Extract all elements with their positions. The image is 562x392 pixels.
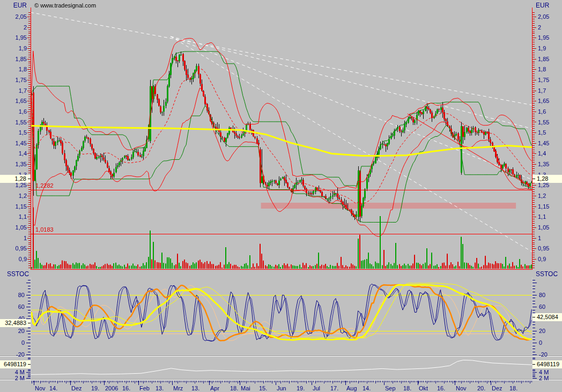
- price-tick-label-right: 1,15: [538, 203, 549, 210]
- price-tick-label-right: 1,05: [538, 224, 549, 231]
- price-tick-label-right: 1,95: [538, 34, 549, 41]
- time-axis-month-label: Mai: [241, 385, 250, 392]
- price-axis-title-right: EUR: [536, 2, 549, 9]
- time-axis-month-label: Aug: [346, 385, 357, 392]
- time-axis-month-label: Okt: [419, 385, 428, 392]
- sstoc-axis-title-right: SSTOC: [536, 271, 558, 278]
- time-axis-day-label: 18.: [403, 385, 411, 392]
- time-axis-day-label: 19.: [297, 385, 305, 392]
- price-tick-label-right: 2: [538, 24, 541, 31]
- price-tick-label-right: 1,9: [538, 45, 546, 52]
- tick-mark: [28, 179, 31, 179]
- sstoc-tick-label-left: 80: [2, 292, 25, 299]
- time-axis-day-label: 16.: [437, 385, 445, 392]
- support-line-label-2: 1,0183: [35, 226, 54, 233]
- tick-mark: [28, 364, 31, 365]
- price-tick-label-left: 0,9: [2, 256, 27, 263]
- time-axis-day-label: 17.: [330, 385, 338, 392]
- sstoc-tick-label-right: 60: [539, 304, 545, 310]
- volume-value-right: 6498119: [537, 360, 559, 368]
- support-line-label-1: 1,2282: [35, 182, 54, 189]
- price-tick-label-left: 1,9: [2, 45, 27, 52]
- sstoc-tick-label-left: 0: [2, 339, 25, 346]
- price-tick-label-right: 1,45: [538, 140, 549, 147]
- time-axis-month-label: Nov: [456, 385, 467, 392]
- price-tick-label-left: 1,4: [2, 150, 27, 157]
- sstoc-tick-label-left: 20: [2, 328, 25, 335]
- time-axis-month-label: Apr: [210, 385, 219, 392]
- current-price-value-left: 1,28: [15, 175, 26, 183]
- time-axis-day-label: 13.: [191, 385, 199, 392]
- time-axis-month-label: Sep: [385, 385, 396, 392]
- volume-value-badge-right: 6498119: [533, 360, 562, 368]
- sstoc-tick-label-right: 80: [539, 292, 545, 299]
- price-tick-label-right: 1,7: [538, 87, 546, 94]
- price-tick-label-left: 1,65: [2, 98, 27, 105]
- price-tick-label-left: 1,1: [2, 213, 27, 220]
- price-tick-label-left: 1,5: [2, 129, 27, 136]
- chart-canvas[interactable]: [0, 0, 562, 392]
- price-tick-label-right: 0,95: [538, 245, 549, 252]
- volume-value-left: 6498119: [4, 360, 26, 368]
- sstoc-tick-label-right: 20: [539, 328, 545, 335]
- price-tick-label-right: 1,55: [538, 119, 549, 126]
- time-axis-month-label: Feb: [139, 385, 150, 392]
- time-axis-day-label: 16.: [122, 385, 130, 392]
- price-tick-label-left: 1,8: [2, 66, 27, 73]
- time-axis-month-label: Dez: [71, 385, 82, 392]
- price-tick-label-right: 1,5: [538, 129, 546, 136]
- price-tick-label-right: 1: [538, 235, 541, 242]
- time-axis-day-label: 18.: [230, 385, 238, 392]
- price-tick-label-right: 1,4: [538, 150, 546, 157]
- time-axis-day-label: 18.: [509, 385, 517, 392]
- price-tick-label-left: 1,6: [2, 108, 27, 115]
- sstoc-axis-title-left: SSTOC: [7, 271, 29, 278]
- sstoc-value-right: 42,5084: [537, 313, 558, 321]
- time-axis-day-label: 20.: [477, 385, 485, 392]
- volume-tick-label-left: 2 M: [2, 375, 25, 382]
- time-axis-month-label: Nov: [35, 385, 46, 392]
- price-tick-label-left: 1,95: [2, 34, 27, 41]
- sstoc-tick-label-right: 0: [539, 339, 542, 346]
- copyright-text: © www.tradesignal.com: [34, 2, 96, 9]
- price-tick-label-right: 1,65: [538, 98, 549, 105]
- price-tick-label-left: 0,95: [2, 245, 27, 252]
- price-tick-label-right: 2,05: [538, 13, 549, 20]
- price-tick-label-right: 1,1: [538, 213, 546, 220]
- tick-mark: [533, 317, 535, 317]
- price-tick-label-left: 1,7: [2, 87, 27, 94]
- price-axis-title-left: EUR: [11, 2, 27, 9]
- price-tick-label-left: 1,2: [2, 193, 27, 199]
- sstoc-value-left: 32,4883: [5, 319, 26, 327]
- current-price-value-right: 1,28: [537, 175, 548, 183]
- price-tick-label-left: 1,05: [2, 224, 27, 231]
- price-tick-label-left: 1: [2, 235, 27, 242]
- tick-mark: [28, 323, 31, 323]
- time-axis-day-label: 13.: [156, 385, 164, 392]
- price-tick-label-right: 1,75: [538, 77, 549, 84]
- price-tick-label-left: 1,75: [2, 77, 27, 84]
- price-tick-label-left: 1,15: [2, 203, 27, 210]
- price-tick-label-right: 1,6: [538, 108, 546, 115]
- price-tick-label-right: 1,2: [538, 193, 546, 199]
- price-tick-label-right: 0,9: [538, 256, 546, 263]
- tick-mark: [533, 364, 535, 365]
- price-tick-label-left: 1,85: [2, 56, 27, 63]
- time-axis-day-label: 14.: [49, 385, 57, 392]
- price-tick-label-left: 1,35: [2, 161, 27, 168]
- volume-value-badge-left: 6498119: [0, 360, 31, 368]
- price-tick-label-right: 1,85: [538, 56, 549, 63]
- price-tick-label-left: 2,05: [2, 13, 27, 20]
- sstoc-tick-label-left: -20: [2, 351, 25, 358]
- sstoc-tick-label-right: -20: [539, 351, 548, 358]
- price-tick-label-left: 1,55: [2, 119, 27, 126]
- time-axis-day-label: 15.: [259, 385, 267, 392]
- current-price-badge-left: 1,28: [0, 175, 31, 183]
- time-axis-month-label: Dez: [492, 385, 502, 392]
- tick-mark: [533, 179, 535, 179]
- time-axis-month-label: Jun: [277, 385, 286, 392]
- time-axis-day-label: 19.: [91, 385, 99, 392]
- time-axis-month-label: Jul: [313, 385, 320, 392]
- sstoc-tick-label-left: 60: [2, 304, 25, 310]
- current-price-badge-right: 1,28: [533, 175, 562, 183]
